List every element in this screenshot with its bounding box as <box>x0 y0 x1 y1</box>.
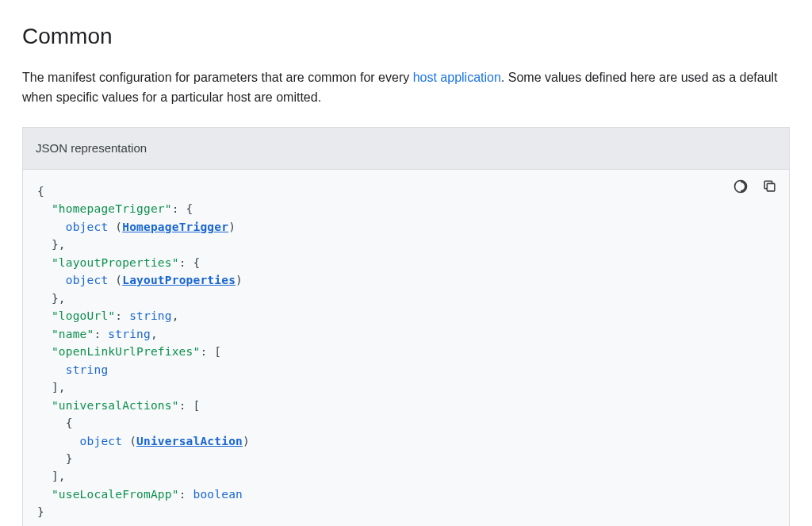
code-token: : <box>179 488 186 501</box>
code-token: } <box>66 452 73 465</box>
code-key-layoutProperties: "layoutProperties" <box>52 256 179 269</box>
code-token: object <box>80 435 123 447</box>
code-token: [ <box>214 345 221 358</box>
code-type-boolean: boolean <box>193 488 243 501</box>
section-title: Common <box>22 19 790 55</box>
code-token: : <box>179 256 186 269</box>
code-token: , <box>59 381 66 394</box>
code-token: , <box>151 328 158 340</box>
code-token: object <box>66 221 109 233</box>
code-token: : <box>115 309 122 322</box>
code-type-string: string <box>108 328 151 340</box>
type-link-LayoutProperties[interactable]: LayoutProperties <box>122 274 236 286</box>
code-token: , <box>59 292 66 305</box>
type-link-UniversalAction[interactable]: UniversalAction <box>136 435 243 447</box>
host-application-link[interactable]: host application <box>413 71 501 84</box>
code-token: ( <box>115 221 122 233</box>
code-type-string: string <box>66 363 109 376</box>
code-token: ( <box>115 274 122 286</box>
type-link-HomepageTrigger[interactable]: HomepageTrigger <box>122 221 228 233</box>
code-token: : <box>179 399 186 412</box>
code-key-useLocaleFromApp: "useLocaleFromApp" <box>52 488 179 501</box>
code-token: { <box>186 202 193 215</box>
code-token: : <box>200 345 207 358</box>
copy-icon[interactable] <box>760 178 778 195</box>
code-token: , <box>59 238 66 251</box>
code-token: : <box>94 328 101 340</box>
code-actions <box>732 178 778 195</box>
code-token: ] <box>52 381 59 394</box>
code-token: : <box>172 202 179 215</box>
code-card-header: JSON representation <box>23 128 789 170</box>
code-token: } <box>52 292 59 305</box>
code-key-name: "name" <box>52 328 94 340</box>
code-token: { <box>66 417 73 429</box>
code-token: } <box>37 505 44 518</box>
code-token: { <box>193 256 201 269</box>
code-key-openLinkUrlPrefixes: "openLinkUrlPrefixes" <box>52 345 201 358</box>
code-block: { "homepageTrigger": { object (HomepageT… <box>23 170 789 526</box>
code-token: [ <box>193 399 201 412</box>
code-key-universalActions: "universalActions" <box>52 399 179 412</box>
code-token: ) <box>236 274 243 286</box>
code-type-string: string <box>129 309 172 322</box>
code-token: { <box>37 185 44 198</box>
svg-rect-0 <box>767 184 775 192</box>
code-token: , <box>172 309 179 322</box>
theme-toggle-icon[interactable] <box>732 178 749 195</box>
section-description: The manifest configuration for parameter… <box>22 67 790 108</box>
code-token: , <box>59 470 66 482</box>
desc-before: The manifest configuration for parameter… <box>22 71 413 84</box>
code-token: ] <box>52 470 59 482</box>
code-token: ) <box>228 221 236 233</box>
code-token: object <box>66 274 109 286</box>
json-representation-card: JSON representation { "homepageTrigger":… <box>22 127 790 526</box>
code-token: ) <box>243 435 250 447</box>
code-token: ( <box>129 435 136 447</box>
code-token: } <box>52 238 59 251</box>
code-key-logoUrl: "logoUrl" <box>52 309 115 322</box>
code-key-homepageTrigger: "homepageTrigger" <box>52 202 172 215</box>
